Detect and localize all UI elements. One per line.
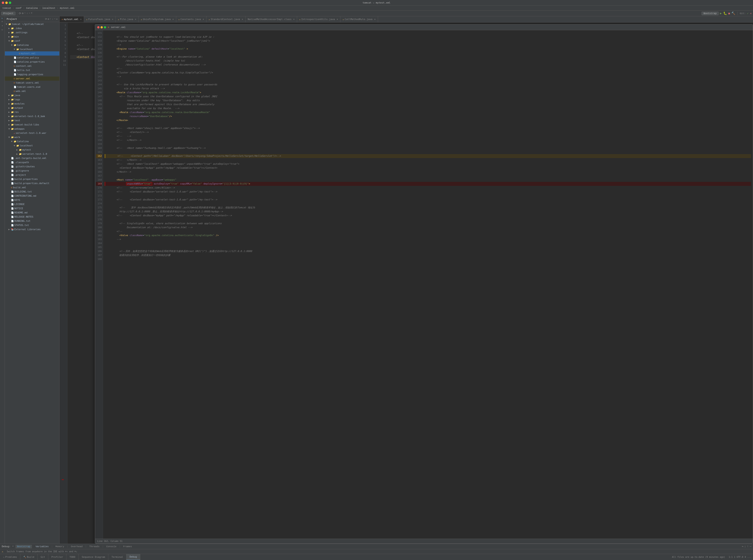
overlay-code-content[interactable]: <!-- You should set jvmRoute to support …	[103, 30, 753, 539]
minimize-button[interactable]	[5, 2, 8, 4]
list-item[interactable]: 📄 .ant-targets-build.xml	[5, 156, 59, 160]
panel-collapse-icon[interactable]: −	[54, 18, 56, 20]
list-item[interactable]: ☕ servelet-test-1.0.war	[5, 131, 59, 135]
list-item[interactable]: ⚙ context.xml	[5, 64, 59, 68]
footer-tab-git[interactable]: Git	[38, 554, 48, 560]
footer-tab-profiler[interactable]: Profiler	[48, 554, 66, 560]
tab-futuretask[interactable]: ☕ FutureTask.java ×	[84, 16, 116, 22]
list-item[interactable]: ⚙ web.xml	[5, 89, 59, 93]
list-item[interactable]: ▼ 📁 Catalina	[5, 139, 59, 143]
panel-close-icon[interactable]: ✕	[56, 18, 58, 20]
tree-root[interactable]: ▼ 📁 tomcat ~/gitlab/tomcat	[5, 22, 59, 26]
list-item[interactable]: ▶ 📁 logs	[5, 97, 59, 102]
list-item[interactable]: ▼ 📁 Catalina	[5, 43, 59, 47]
list-item[interactable]: 📄 README.md	[5, 211, 59, 215]
list-item[interactable]: ▶ 📁 mytest	[5, 148, 59, 152]
list-item[interactable]: 📄 .project	[5, 173, 59, 177]
footer-tab-debug[interactable]: Debug	[126, 554, 140, 560]
list-item[interactable]: ⚙ mytest.xml	[5, 52, 59, 56]
list-item[interactable]: 📄 .gitattributes	[5, 164, 59, 169]
list-item[interactable]: 📄 hello.txt	[5, 68, 59, 72]
list-item[interactable]: ⚙ tomcat-users.xml	[5, 81, 59, 85]
debug-subtab-variables[interactable]: Variables	[36, 545, 48, 548]
debug-subtab-console[interactable]: Console	[106, 545, 116, 548]
up-icon[interactable]: ↑	[24, 12, 25, 15]
cog-icon[interactable]: ⚙	[22, 12, 23, 15]
overlay-close-dot[interactable]	[97, 26, 99, 28]
debug-subtab-threads[interactable]: Threads	[89, 545, 99, 548]
list-item[interactable]: ▶ 📁 test	[5, 118, 59, 123]
close-button[interactable]	[2, 2, 4, 4]
menu-item-tomcat[interactable]: tomcat	[1, 7, 12, 10]
menu-item-localhost[interactable]: localhost	[41, 7, 57, 10]
list-item[interactable]: 📄 KEYS	[5, 198, 59, 202]
list-item[interactable]: ▼ 📁 webapps	[5, 127, 59, 131]
git-check-icon[interactable]: ✓	[747, 12, 749, 15]
list-item[interactable]: ▼ 📁 work	[5, 135, 59, 139]
step-over-icon[interactable]: ↷	[742, 545, 744, 548]
footer-tab-problems[interactable]: ⚠Problems	[0, 554, 20, 560]
tab-close-icon[interactable]: ×	[135, 18, 136, 20]
sync-icon[interactable]: ⟳	[19, 12, 21, 15]
overlay-max-dot[interactable]	[104, 26, 106, 28]
debug-subtab-overhead[interactable]: Overhead	[71, 545, 82, 548]
panel-down-icon[interactable]: ↓	[52, 18, 53, 20]
list-item[interactable]: 📄 build.properties.default	[5, 181, 59, 185]
tab-close-icon[interactable]: ×	[203, 18, 204, 20]
tab-nativemethod[interactable]: NativeMethodAccessorImpl.class ×	[245, 16, 297, 22]
debug-tab-bootstrap[interactable]: Bootstrap	[16, 545, 32, 548]
list-item[interactable]: ⚙ server.xml	[5, 77, 59, 81]
favorites-icon[interactable]: ★	[2, 24, 3, 27]
footer-tab-terminal[interactable]: Terminal	[108, 554, 126, 560]
footer-tab-build[interactable]: 🔨Build	[20, 554, 38, 560]
list-item[interactable]: ⚙ build.xml	[5, 185, 59, 189]
stop-button[interactable]: ◼	[728, 12, 730, 15]
tab-close-icon[interactable]: ×	[374, 18, 376, 20]
git-x-icon[interactable]: ✕	[750, 12, 752, 15]
list-item[interactable]: ▶ 📁 .settings	[5, 31, 59, 35]
list-item[interactable]: 📄 .gitignore	[5, 169, 59, 173]
debug-button[interactable]: 🐛	[723, 12, 727, 15]
panel-up-icon[interactable]: ↑	[50, 18, 52, 20]
collapse-icon[interactable]: −	[29, 12, 30, 15]
menu-item-catalina[interactable]: Catalina	[25, 7, 39, 10]
footer-tab-todo[interactable]: TODO	[66, 554, 79, 560]
menu-item-conf[interactable]: conf	[15, 7, 22, 10]
structure-icon[interactable]: S	[1, 20, 3, 22]
debug-subtab-frames[interactable]: Frames	[123, 545, 132, 548]
step-out-icon[interactable]: ↑	[747, 545, 749, 548]
list-item[interactable]: ▼ 📁 localhost	[5, 47, 59, 52]
debug-subtab-memory[interactable]: Memory	[55, 545, 64, 548]
tab-constants[interactable]: ☕ Constants.java ×	[176, 16, 206, 22]
list-item[interactable]: ▶ 📁 res	[5, 110, 59, 114]
list-item[interactable]: 📄 CONTRIBUTING.md	[5, 194, 59, 198]
run-button[interactable]: ▶	[720, 12, 722, 15]
tab-introspection[interactable]: ☕ IntrospectionUtils.java ×	[297, 16, 340, 22]
tab-close-icon[interactable]: ×	[173, 18, 174, 20]
list-item[interactable]: 📄 logging.properties	[5, 72, 59, 77]
panel-sync-icon[interactable]: ⟳	[45, 18, 47, 20]
overlay-min-dot[interactable]	[101, 26, 103, 28]
tab-file-java[interactable]: ☕ File.java ×	[116, 16, 139, 22]
list-item[interactable]: ▼ 📁 conf	[5, 39, 59, 43]
list-item[interactable]: 📄 NOTICE	[5, 206, 59, 211]
list-item[interactable]: 📄 LICENSE	[5, 202, 59, 206]
list-item[interactable]: 📄 RUNNING.txt	[5, 219, 59, 223]
list-item[interactable]: ▶ 📁 servelet-test-1.0	[5, 152, 59, 156]
tab-close-icon[interactable]: ×	[293, 18, 295, 20]
list-item[interactable]: 📄 catalina.policy	[5, 56, 59, 60]
list-item[interactable]: 📄 RELEASE-NOTES	[5, 215, 59, 219]
list-item[interactable]: ▶ 📁 java	[5, 93, 59, 97]
run-to-cursor-icon[interactable]: →	[750, 545, 751, 548]
list-item[interactable]: 📄 build.properties	[5, 177, 59, 181]
project-icon[interactable]: P	[1, 17, 3, 19]
list-item[interactable]: ▶ 📁 bin	[5, 35, 59, 39]
maximize-button[interactable]	[9, 2, 11, 4]
editor-content[interactable]: 1 2 3 4 5 6 7 8 9 10 11	[60, 22, 753, 544]
tab-callmethod[interactable]: ☕ CallMethodRule.java ×	[340, 16, 378, 22]
list-item[interactable]: ▶ 📁 .idea	[5, 26, 59, 31]
down-icon[interactable]: ↓	[26, 12, 28, 15]
list-item[interactable]: ▶ 📁 tomcat-build-libs	[5, 123, 59, 127]
tab-close-icon[interactable]: ×	[337, 18, 338, 20]
list-item[interactable]: ▶ 📁 modules	[5, 102, 59, 106]
